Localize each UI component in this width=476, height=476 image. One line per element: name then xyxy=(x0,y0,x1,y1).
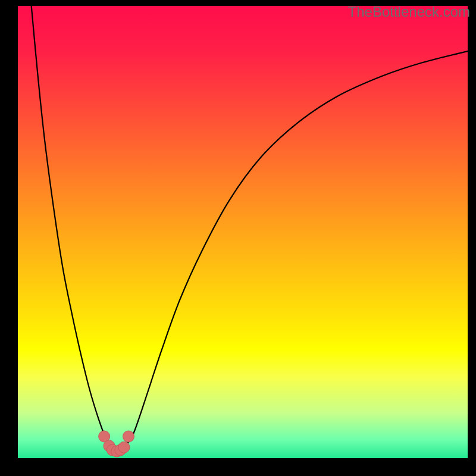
gradient-background xyxy=(18,6,468,458)
cluster-dot xyxy=(123,431,134,442)
watermark-text: TheBottleneck.com xyxy=(348,4,470,20)
chart-frame xyxy=(18,6,468,458)
chart-svg xyxy=(18,6,468,458)
cluster-dot xyxy=(118,441,130,453)
